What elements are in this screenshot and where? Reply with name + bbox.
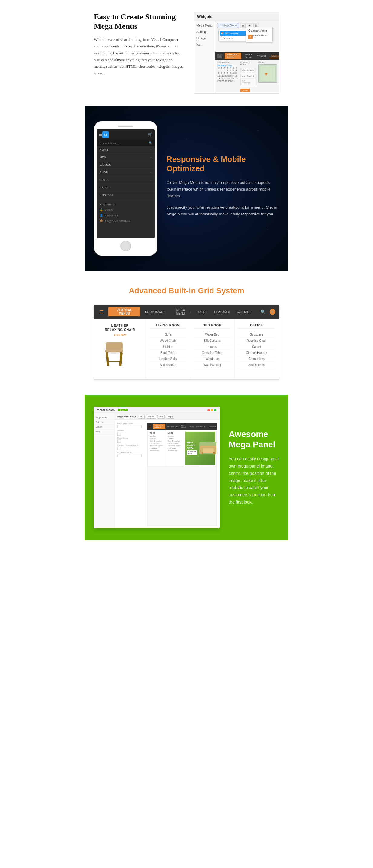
ws-mega-menu-nav[interactable]: MEGA MENU <box>244 53 253 59</box>
mps-sidebar-icon[interactable]: Icon <box>94 430 115 434</box>
gs-vertical-menu-btn[interactable]: VERTICAL MENUS <box>108 307 140 316</box>
ws-nav-section: ☰ VERTICAL MENU MEGA MENU FLYOUT WIDGETS… <box>215 52 279 93</box>
phone-nav-home[interactable]: HOME + <box>96 146 155 154</box>
gs-relaxing-chair[interactable]: Relaxing Chair <box>238 338 275 344</box>
mps-image-input[interactable] <box>117 425 142 428</box>
mega-panel-heading: Awesome Mega Panel <box>229 429 279 450</box>
gs-featured-label: LEATHER <box>99 323 141 327</box>
mps-preview-menu-icon: ☰ <box>149 425 151 428</box>
widgets-screenshot: Widgets Mega Menu Settings Design Icon <box>194 12 279 94</box>
phone-nav-women[interactable]: WOMEN + <box>96 161 155 169</box>
gs-book-table[interactable]: Book Table <box>149 350 186 356</box>
mps-sidebar: Mega Menu Settings Design Icon <box>94 413 115 528</box>
phone-nav-list: HOME + MEN + WOMEN + SHOP + <box>96 146 155 199</box>
gs-wardrobe[interactable]: Wardrobe <box>194 356 230 362</box>
phone-nav-men[interactable]: MEN + <box>96 154 155 161</box>
mps-window-controls <box>207 409 217 411</box>
phone-login-link[interactable]: 🔒 LOGIN <box>99 207 152 213</box>
mps-main: Mega Panel Image Top Bottom Left Right <box>115 413 220 528</box>
mps-preview-mega-nav: MEGA MENU <box>180 424 187 429</box>
phone-home-button[interactable] <box>120 241 131 251</box>
gs-water-bed[interactable]: Water Bed <box>194 332 230 338</box>
phone-nav-contact[interactable]: CONTACT <box>96 191 155 199</box>
gs-search-icon[interactable]: 🔍 <box>259 309 267 314</box>
mps-right-dropdown[interactable]: Right <box>166 415 174 418</box>
gs-bookcase[interactable]: Bookcase <box>238 332 275 338</box>
gs-sofa[interactable]: Sofa <box>149 332 186 338</box>
mps-panel-header: Mega Panel Image Top Bottom Left Right <box>115 413 220 420</box>
hamburger-icon[interactable]: ☰ <box>99 132 102 137</box>
gs-dropdown-nav[interactable]: DROPDOWN ▾ <box>143 309 167 315</box>
mps-sidebar-settings[interactable]: Settings <box>94 420 115 425</box>
mps-size-input[interactable] <box>117 447 121 450</box>
gs-clothes-hanger[interactable]: Clothes Hanger <box>238 350 275 356</box>
gs-contact-nav[interactable]: CONTACT <box>235 309 253 315</box>
gs-lamps[interactable]: Lamps <box>194 344 230 350</box>
mps-panel-header-label: Mega Panel Image <box>117 415 136 418</box>
gs-dressing-table[interactable]: Dressing Table <box>194 350 230 356</box>
phone-nav-blog[interactable]: BLOG + <box>96 176 155 184</box>
gs-tabs-nav[interactable]: TABS ▾ <box>196 309 209 315</box>
mps-left-dropdown[interactable]: Left <box>157 415 165 418</box>
maximize-dot[interactable] <box>214 409 217 411</box>
phone-wishlist-link[interactable]: ♥ WISHLIST <box>99 202 152 207</box>
phone-track-link[interactable]: 📦 TRACK MY ORDERS <box>99 218 152 223</box>
minimize-dot[interactable] <box>211 409 213 411</box>
gs-chandeliers[interactable]: Chandeliers <box>238 356 275 362</box>
phone-nav-shop[interactable]: SHOP + <box>96 169 155 176</box>
mps-discover-btn[interactable]: DISCOVER NOW <box>187 450 197 455</box>
mps-setting-size: Full Size (Original Size: 0) <box>117 444 145 450</box>
gs-features-nav[interactable]: FEATURES <box>212 309 232 315</box>
mps-top-dropdown[interactable]: Top <box>138 415 145 418</box>
mobile-heading: Responsive & Mobile Optimized <box>167 155 279 173</box>
mps-device-input[interactable] <box>117 439 121 443</box>
ws-name-field[interactable] <box>240 68 256 72</box>
gs-silk-curtains[interactable]: Silk Curtains <box>194 338 230 344</box>
cf-icon: 7 <box>248 35 253 39</box>
gs-accessories2[interactable]: Accessories <box>238 362 275 368</box>
cf-item1: 7 Contact Form 7 <box>248 34 270 40</box>
gs-menu-icon[interactable]: ☰ <box>98 309 105 314</box>
mps-class-input[interactable] <box>117 454 142 457</box>
gs-leather-sofa[interactable]: Leather Sofa <box>149 356 186 362</box>
gs-wood-chair[interactable]: Wood Chair <box>149 338 186 344</box>
mps-preview-features-nav: FEATURES <box>196 425 207 428</box>
gs-cart-icon[interactable]: 🛒 <box>270 309 275 315</box>
home-arrow-icon: + <box>150 149 152 151</box>
gs-carpet[interactable]: Carpet <box>238 344 275 350</box>
gs-accessories1[interactable]: Accessories <box>149 362 186 368</box>
tabs-arrow-icon: ▾ <box>206 311 207 313</box>
mps-position-input[interactable] <box>117 432 121 435</box>
close-dot[interactable] <box>207 409 210 411</box>
svg-rect-14 <box>119 352 123 366</box>
gs-lighter[interactable]: Lighter <box>149 344 186 350</box>
mps-save-badge: Save It <box>118 409 128 411</box>
mps-bottom-dropdown[interactable]: Bottom <box>146 415 156 418</box>
ws-send-btn[interactable]: Send <box>240 89 250 92</box>
mobile-text-col: Responsive & Mobile Optimized Clever Meg… <box>167 155 279 223</box>
phone-nav-about[interactable]: ABOUT <box>96 184 155 191</box>
ws-sidebar-icon: Icon <box>194 41 215 48</box>
mps-sidebar-design[interactable]: Design <box>94 425 115 430</box>
ws-flyout-nav[interactable]: FLYOUT <box>256 54 267 58</box>
grid-screenshot: ☰ VERTICAL MENUS DROPDOWN ▾ MEGA MENU ▾ … <box>94 305 279 379</box>
gs-megamenu-nav[interactable]: MEGA MENU ▾ <box>170 307 193 316</box>
mps-sofa-image <box>199 442 217 454</box>
phone-register-link[interactable]: 👤 REGISTER <box>99 213 152 218</box>
cart-icon[interactable]: 🛒 <box>148 132 152 137</box>
mps-sidebar-mega-menu[interactable]: Mega Menu <box>94 415 115 420</box>
phone-outer: ☰ M 🛒 Type and hit enter ... 🔍 HOME + <box>94 121 157 256</box>
mega-panel-text-col: Awesome Mega Panel You can easily design… <box>229 429 279 506</box>
svg-rect-21 <box>202 453 203 454</box>
search-icon[interactable]: 🔍 <box>149 141 152 145</box>
ws-contact-form-col: CONTACT FORM Your Message Send <box>240 61 256 92</box>
gs-wall-painting[interactable]: Wall Painting <box>194 362 230 368</box>
ws-vertical-menu-btn[interactable]: VERTICAL MENU <box>225 53 241 59</box>
ws-widgets-nav[interactable]: WIDGETS <box>270 54 279 58</box>
gs-bed-room-title: BED ROOM <box>194 323 230 329</box>
gs-shop-now[interactable]: Shop Now <box>99 333 141 336</box>
mps-preview-vertical-btn: VERTICAL MENUS <box>153 424 165 429</box>
ws-map-col: MAPS <box>258 61 277 92</box>
ws-email-field[interactable] <box>240 74 256 78</box>
ws-star-icon[interactable]: ★ <box>240 23 246 28</box>
